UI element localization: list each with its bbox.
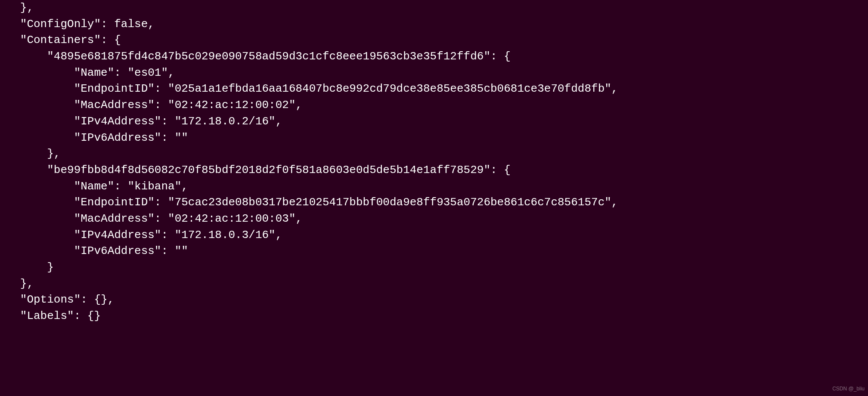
- code-line: "EndpointID": "025a1a1efbda16aa168407bc8…: [0, 82, 618, 95]
- code-line: "Containers": {: [0, 34, 121, 46]
- code-line: }: [0, 261, 54, 274]
- code-line: "Options": {},: [0, 293, 114, 306]
- code-line: "IPv6Address": "": [0, 131, 188, 144]
- code-line: "ConfigOnly": false,: [0, 18, 155, 31]
- code-line: "IPv6Address": "": [0, 244, 188, 257]
- watermark-text: CSDN @_bliu: [832, 385, 865, 393]
- code-line: },: [0, 277, 34, 290]
- code-line: "Name": "es01",: [0, 66, 175, 79]
- code-line: "Name": "kibana",: [0, 180, 188, 193]
- code-line: "be99fbb8d4f8d56082c70f85bdf2018d2f0f581…: [0, 164, 511, 176]
- code-line: "4895e681875fd4c847b5c029e090758ad59d3c1…: [0, 50, 511, 63]
- code-line: "MacAddress": "02:42:ac:12:00:02",: [0, 99, 302, 111]
- terminal-output: }, "ConfigOnly": false, "Containers": { …: [0, 0, 868, 325]
- code-line: },: [0, 147, 60, 160]
- code-line: "IPv4Address": "172.18.0.2/16",: [0, 115, 282, 128]
- code-line: },: [0, 1, 34, 14]
- code-line: "EndpointID": "75cac23de08b0317be2102541…: [0, 196, 618, 209]
- code-line: "IPv4Address": "172.18.0.3/16",: [0, 229, 282, 241]
- code-line: "Labels": {}: [0, 309, 101, 322]
- code-line: "MacAddress": "02:42:ac:12:00:03",: [0, 212, 302, 225]
